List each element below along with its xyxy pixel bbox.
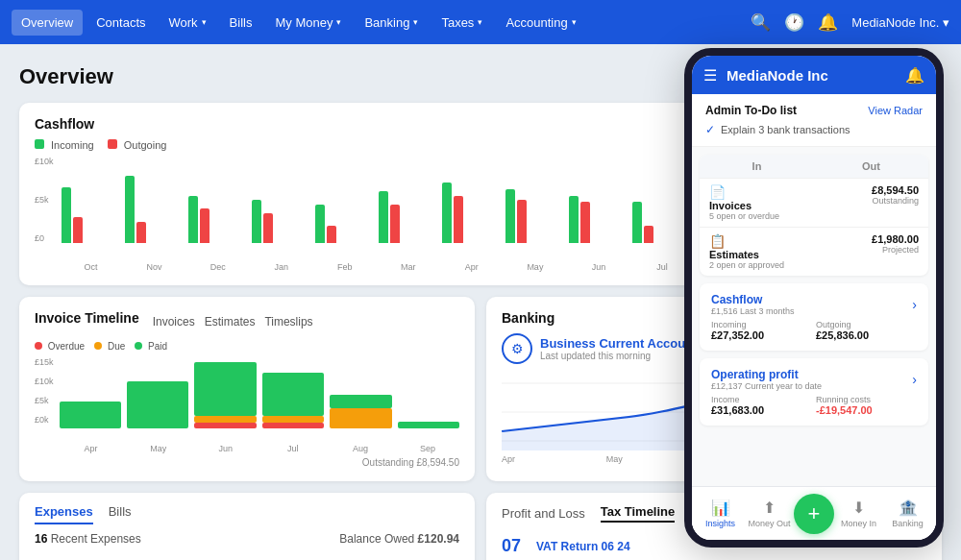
overdue-segment xyxy=(262,423,324,428)
mobile-body: Admin To-Do list View Radar ✓ Explain 3 … xyxy=(692,94,936,540)
money-out-icon: ⬆ xyxy=(763,499,776,517)
page-title: Overview xyxy=(19,64,113,89)
tab-invoices[interactable]: Invoices xyxy=(153,315,195,329)
hamburger-icon[interactable]: ☰ xyxy=(703,66,717,85)
paid-segment xyxy=(127,381,188,428)
todo-title: Admin To-Do list xyxy=(705,104,797,117)
bar-group-feb xyxy=(315,205,375,244)
incoming-legend-dot xyxy=(35,139,44,149)
nav-my-money[interactable]: My Money ▾ xyxy=(265,10,351,36)
cashflow-arrow-icon[interactable]: › xyxy=(912,297,917,312)
chevron-down-icon: ▾ xyxy=(572,17,577,27)
mob-nav-banking[interactable]: 🏦 Banking xyxy=(883,499,932,528)
incoming-bar xyxy=(188,196,198,244)
mob-nav-money-out[interactable]: ⬆ Money Out xyxy=(745,499,794,528)
nav-bills[interactable]: Bills xyxy=(220,10,262,36)
mob-nav-money-in[interactable]: ⬇ Money In xyxy=(834,499,883,528)
outgoing-bar xyxy=(644,226,653,243)
tab-estimates[interactable]: Estimates xyxy=(205,315,256,329)
bank-info: Business Current Account Last updated th… xyxy=(540,336,698,361)
mobile-bell-icon[interactable]: 🔔 xyxy=(905,66,924,85)
nav-work[interactable]: Work ▾ xyxy=(160,10,216,36)
outgoing-bar xyxy=(454,196,463,244)
mobile-status-bar: ☰ MediaNode Inc 🔔 xyxy=(692,56,936,94)
inv-bar-group xyxy=(60,402,121,428)
table-row-estimates[interactable]: 📋 Estimates 2 open or approved £1,980.00… xyxy=(700,227,928,276)
due-legend: Due xyxy=(94,341,125,352)
bar-group-oct xyxy=(62,187,121,244)
col-in: In xyxy=(700,155,814,178)
incoming-bar xyxy=(315,205,325,244)
overdue-dot xyxy=(35,342,42,350)
invoice-bars xyxy=(60,357,459,444)
bar-group-jul xyxy=(632,202,692,243)
due-segment xyxy=(262,416,324,423)
clock-icon[interactable]: 🕐 xyxy=(784,12,804,33)
search-icon[interactable]: 🔍 xyxy=(751,12,771,33)
operating-arrow-icon[interactable]: › xyxy=(912,372,917,387)
todo-item: ✓ Explain 3 bank transactions xyxy=(705,123,923,136)
view-radar-link[interactable]: View Radar xyxy=(868,105,923,116)
nav-banking[interactable]: Banking ▾ xyxy=(355,10,428,36)
expenses-row: 16 Recent Expenses Balance Owed £120.94 xyxy=(35,532,459,546)
invoice-chart-area: AprMayJunJulAugSep xyxy=(60,357,459,453)
outgoing-bar xyxy=(263,213,273,244)
inv-bar-group xyxy=(398,422,459,428)
outgoing-bar xyxy=(200,208,209,243)
inv-bar-group xyxy=(330,395,391,428)
incoming-bar xyxy=(632,202,642,243)
incoming-bar xyxy=(125,176,135,243)
tab-timeslips[interactable]: Timeslips xyxy=(264,315,312,329)
expenses-card: Expenses Bills 16 Recent Expenses Balanc… xyxy=(19,493,475,560)
bell-icon[interactable]: 🔔 xyxy=(818,12,838,33)
incoming-bar xyxy=(569,196,579,244)
bank-icon: ⚙ xyxy=(502,333,532,364)
mobile-todo: Admin To-Do list View Radar ✓ Explain 3 … xyxy=(692,94,936,147)
incoming-bar xyxy=(505,189,515,243)
mobile-bottom-bar: 📊 Insights ⬆ Money Out + ⬇ Money In 🏦 Ba… xyxy=(692,486,936,540)
tab-tax-timeline[interactable]: Tax Timeline xyxy=(601,504,676,523)
outgoing-bar xyxy=(580,202,590,243)
outstanding-text: Outstanding £8,594.50 xyxy=(35,457,459,468)
nav-overview[interactable]: Overview xyxy=(12,10,83,36)
incoming-bar xyxy=(62,187,71,244)
bar-group-nov xyxy=(125,176,185,243)
money-in-icon: ⬇ xyxy=(852,499,865,517)
insights-icon: 📊 xyxy=(711,499,730,517)
paid-dot xyxy=(135,342,142,350)
chevron-down-icon: ▾ xyxy=(478,17,482,27)
mobile-operating-section: Operating profit £12,137 Current year to… xyxy=(700,358,928,426)
due-segment xyxy=(330,408,391,428)
mobile-overlay: ☰ MediaNode Inc 🔔 Admin To-Do list View … xyxy=(684,48,944,548)
mob-operating-title[interactable]: Operating profit xyxy=(711,368,822,381)
nav-taxes[interactable]: Taxes ▾ xyxy=(431,10,492,36)
company-selector[interactable]: MediaNode Inc. ▾ xyxy=(851,15,949,30)
mob-cashflow-title[interactable]: Cashflow xyxy=(711,293,795,306)
mobile-table-header: In Out xyxy=(700,155,928,178)
add-button[interactable]: + xyxy=(794,494,834,534)
mobile-table: In Out 📄 Invoices 5 open or overdue £8,5… xyxy=(700,155,928,276)
nav-contacts[interactable]: Contacts xyxy=(86,10,155,36)
chevron-down-icon: ▾ xyxy=(336,17,341,27)
invoice-legend: Overdue Due Paid xyxy=(35,341,459,352)
chevron-down-icon: ▾ xyxy=(202,17,207,27)
mob-nav-insights[interactable]: 📊 Insights xyxy=(696,499,745,528)
bar-group-apr xyxy=(442,183,502,243)
due-dot xyxy=(94,342,102,350)
invoice-tabs: Invoices Estimates Timeslips xyxy=(153,315,313,329)
paid-segment xyxy=(60,402,121,428)
tab-pnl[interactable]: Profit and Loss xyxy=(502,506,585,521)
invoices-icon: 📄 xyxy=(709,184,814,200)
incoming-legend: Incoming xyxy=(35,139,94,151)
paid-legend: Paid xyxy=(135,341,167,352)
tab-bills[interactable]: Bills xyxy=(109,504,132,524)
nav-accounting[interactable]: Accounting ▾ xyxy=(496,10,585,36)
tab-expenses[interactable]: Expenses xyxy=(35,504,93,524)
estimates-icon: 📋 xyxy=(709,233,814,249)
col-out: Out xyxy=(814,155,928,178)
table-row-invoices[interactable]: 📄 Invoices 5 open or overdue £8,594.50 O… xyxy=(700,178,928,227)
check-icon: ✓ xyxy=(705,123,715,136)
invoice-x-labels: AprMayJunJulAugSep xyxy=(60,444,459,453)
incoming-bar xyxy=(442,183,452,243)
top-navigation: Overview Contacts Work ▾ Bills My Money … xyxy=(0,0,961,44)
